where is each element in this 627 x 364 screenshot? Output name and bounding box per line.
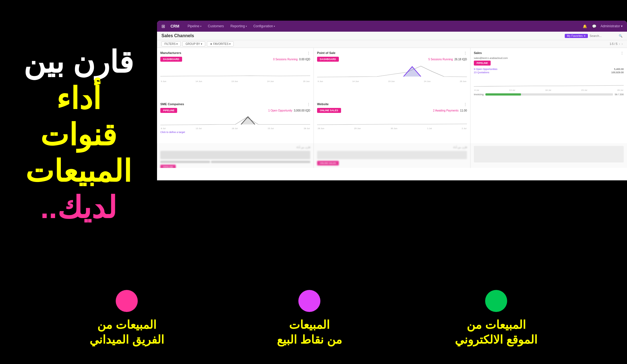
website-chart bbox=[317, 115, 467, 126]
navbar-configuration[interactable]: Configuration ▾ bbox=[251, 23, 278, 29]
dot-website bbox=[485, 290, 507, 312]
sales-links: 9 Open Opportunities 5,400.00 23 Quotati… bbox=[474, 68, 624, 74]
label-field-team: المبيعات من الفريق الميداني bbox=[90, 317, 164, 347]
card-pos-action: DASHBOARD 5 Sessions Running 26.18 IQD bbox=[317, 57, 467, 62]
user-menu[interactable]: Administrator ▾ bbox=[601, 24, 623, 28]
cards-grid-row2: SME Compaines ⋮ PIPELINE 1 Open Opportun… bbox=[157, 99, 627, 143]
arabic-line3: لديك.. bbox=[40, 191, 117, 224]
manufacturers-stat: 0 Sessions Running 0.00 IQD bbox=[273, 58, 310, 61]
navbar-customers[interactable]: Customers bbox=[205, 23, 227, 29]
card-pos-header: Point of Sale ⋮ bbox=[317, 51, 467, 55]
sales-value-1: 100,929.00 bbox=[611, 71, 624, 74]
card-sales-header: Sales ⋮ bbox=[474, 51, 624, 55]
card-sme-action: PIPELINE 1 Open Opportunity 3,000.00 IQD bbox=[160, 108, 310, 113]
sales-email: sales@test11.arabiacloud.com bbox=[474, 57, 624, 59]
bottom-item-pos: المبيعات من نقاط البيع bbox=[277, 290, 342, 347]
subheader: Sales Channels My Favorites ✕ 🔍 bbox=[157, 32, 627, 40]
search-icon[interactable]: 🔍 bbox=[619, 34, 623, 38]
card-website-header: Website ⋮ bbox=[317, 102, 467, 106]
sales-link-1[interactable]: 23 Quotations bbox=[474, 71, 489, 74]
invoicing-label: Invoicing bbox=[474, 93, 484, 96]
label-pos: المبيعات من نقاط البيع bbox=[277, 317, 342, 347]
blur-content-1: قارن بين أداء ONLINE SALES bbox=[317, 146, 467, 165]
pos-dates: 9 Jun14 Jun19 Jun24 Jun29 Jun bbox=[317, 80, 467, 83]
manufacturers-dates: 9 Jun14 Jun19 Jun24 Jun29 Jun bbox=[160, 80, 310, 83]
navbar: ⊞ CRM Pipeline ▾ Customers Reporting ▾ C… bbox=[157, 21, 627, 32]
card-sales-title: Sales bbox=[474, 51, 482, 55]
navbar-reporting[interactable]: Reporting ▾ bbox=[228, 23, 250, 29]
btn-website-online-sales[interactable]: ONLINE SALES bbox=[317, 108, 341, 113]
chat-icon[interactable]: 💬 bbox=[591, 23, 597, 29]
notification-icon[interactable]: 🔔 bbox=[582, 23, 588, 29]
invoicing-fill bbox=[485, 93, 521, 96]
btn-blurred-0: PIPELINE bbox=[160, 165, 176, 168]
card-website-menu[interactable]: ⋮ bbox=[464, 102, 467, 106]
search-bar: My Favorites ✕ 🔍 bbox=[565, 34, 623, 38]
pagination: 1-5 / 5 ‹ › bbox=[610, 42, 623, 45]
sales-link-0[interactable]: 9 Open Opportunities bbox=[474, 68, 498, 70]
card-pos-title: Point of Sale bbox=[317, 51, 336, 55]
btn-blurred-1: ONLINE SALES bbox=[317, 161, 339, 165]
card-blurred-1: قارن بين أداء ONLINE SALES bbox=[314, 143, 470, 168]
sme-chart bbox=[160, 115, 310, 126]
card-website-title: Website bbox=[317, 102, 329, 106]
card-sales-menu[interactable]: ⋮ bbox=[620, 51, 624, 55]
card-blurred-2 bbox=[471, 143, 627, 168]
arabic-line1: قارن بين أداء bbox=[23, 45, 134, 115]
navbar-pipeline[interactable]: Pipeline ▾ bbox=[185, 23, 204, 29]
sales-dates: 8 Jul13 Jul18 Jul23 Jul28 Jul bbox=[474, 89, 624, 91]
filters-button[interactable]: FILTERS ▾ bbox=[161, 41, 181, 47]
card-sales-action: PIPELINE bbox=[474, 61, 624, 66]
sme-stat: 1 Open Opportunity 3,000.00 IQD bbox=[268, 109, 310, 112]
invoicing-value: 56 / 200 bbox=[615, 93, 624, 96]
dot-pos bbox=[298, 290, 320, 312]
navbar-menu: Pipeline ▾ Customers Reporting ▾ Configu… bbox=[185, 23, 278, 29]
navbar-right: 🔔 💬 Administrator ▾ bbox=[582, 23, 623, 29]
sales-chart bbox=[474, 75, 624, 88]
label-website: المبيعات من الموقع الالكتروني bbox=[455, 317, 537, 347]
crm-screenshot: ⊞ CRM Pipeline ▾ Customers Reporting ▾ C… bbox=[157, 21, 627, 180]
group-by-button[interactable]: GROUP BY ▾ bbox=[182, 41, 205, 47]
cards-grid-bottom: قارن بين أداء PIPELINE قارن بين أداء ONL… bbox=[157, 143, 627, 168]
arabic-title: قارن بين أداء قنوات المبيعات لديك.. bbox=[0, 44, 157, 226]
card-sme: SME Compaines ⋮ PIPELINE 1 Open Opportun… bbox=[157, 99, 314, 143]
card-manufacturers-action: DASHBOARD 0 Sessions Running 0.00 IQD bbox=[160, 57, 310, 62]
btn-sme-pipeline[interactable]: PIPELINE bbox=[160, 108, 177, 113]
sme-dates: 8 Jul13 Jul18 Jul23 Jul28 Jul bbox=[160, 127, 310, 130]
pos-chart bbox=[317, 64, 467, 79]
prev-page[interactable]: ‹ bbox=[619, 42, 620, 45]
card-website-action: ONLINE SALES 2 Awaiting Payments 11.00 bbox=[317, 108, 467, 113]
apps-icon[interactable]: ⊞ bbox=[161, 24, 165, 29]
favorites-button[interactable]: ★ FAVORITES ▾ bbox=[207, 41, 234, 47]
card-pos-menu[interactable]: ⋮ bbox=[464, 51, 467, 55]
card-sme-header: SME Compaines ⋮ bbox=[160, 102, 310, 106]
btn-sales-pipeline[interactable]: PIPELINE bbox=[474, 61, 491, 66]
sme-footer-link[interactable]: Click to define a target bbox=[160, 131, 310, 134]
invoicing-row: Invoicing 56 / 200 bbox=[474, 93, 624, 96]
invoicing-bar bbox=[485, 93, 613, 96]
bottom-item-field-team: المبيعات من الفريق الميداني bbox=[90, 290, 164, 347]
blur-content-0: قارن بين أداء PIPELINE bbox=[160, 146, 310, 168]
dot-field-team bbox=[116, 290, 138, 312]
card-sales: Sales ⋮ sales@test11.arabiacloud.com PIP… bbox=[471, 48, 627, 99]
pos-stat: 5 Sessions Running 26.18 IQD bbox=[428, 58, 467, 61]
btn-manufacturers-dashboard[interactable]: DASHBOARD bbox=[160, 57, 182, 62]
page-title: Sales Channels bbox=[161, 33, 194, 38]
sales-value-0: 5,400.00 bbox=[614, 68, 624, 70]
card-manufacturers: Manufacturers ⋮ DASHBOARD 0 Sessions Run… bbox=[157, 48, 314, 99]
card-sme-menu[interactable]: ⋮ bbox=[307, 102, 310, 106]
search-tag[interactable]: My Favorites ✕ bbox=[565, 34, 588, 38]
next-page[interactable]: › bbox=[622, 42, 623, 45]
btn-pos-dashboard[interactable]: DASHBOARD bbox=[317, 57, 339, 62]
navbar-brand: CRM bbox=[171, 24, 179, 28]
search-input[interactable] bbox=[590, 34, 617, 37]
bottom-item-website: المبيعات من الموقع الالكتروني bbox=[455, 290, 537, 347]
card-sme-title: SME Compaines bbox=[160, 102, 184, 106]
card-blurred-0: قارن بين أداء PIPELINE bbox=[157, 143, 314, 168]
card-manufacturers-menu[interactable]: ⋮ bbox=[307, 51, 310, 55]
card-pos: Point of Sale ⋮ DASHBOARD 5 Sessions Run… bbox=[314, 48, 470, 99]
sales-link-row-1: 23 Quotations 100,929.00 bbox=[474, 71, 624, 74]
website-dates: 28 Jun29 Jun30 Jun1 Jul2 Jul bbox=[317, 127, 467, 130]
arabic-line2: قنوات المبيعات bbox=[25, 118, 132, 188]
bottom-section: المبيعات من الفريق الميداني المبيعات من … bbox=[0, 290, 627, 347]
